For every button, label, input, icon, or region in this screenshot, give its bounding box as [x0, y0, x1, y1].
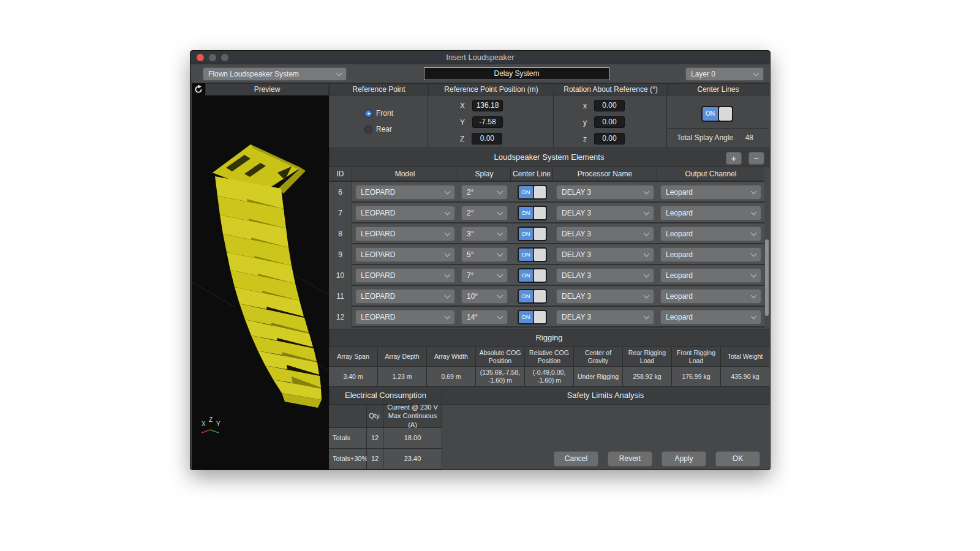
center-lines-toggle[interactable]: ON: [701, 106, 733, 122]
center-line-toggle[interactable]: ON: [518, 206, 547, 220]
center-line-toggle[interactable]: ON: [518, 289, 547, 304]
table-row: 12 LEOPARD 14° ON DELAY 3 Leopard: [329, 307, 764, 328]
window-title: Insert Loudspeaker: [190, 51, 770, 64]
center-lines-panel: ON Total Splay Angle 48: [667, 96, 769, 148]
front-radio[interactable]: [364, 110, 372, 118]
front-radio-row[interactable]: Front: [364, 109, 393, 118]
position-x-input[interactable]: 136.18: [472, 100, 503, 111]
output-channel-dropdown[interactable]: Leopard: [660, 310, 761, 324]
model-dropdown[interactable]: LEOPARD: [355, 206, 455, 220]
apply-button[interactable]: Apply: [662, 451, 706, 467]
rotation-y-input[interactable]: 0.00: [594, 116, 625, 128]
preview-header: Preview: [192, 83, 329, 96]
toggle-on-segment: ON: [518, 290, 532, 302]
output-value: Leopard: [666, 271, 693, 280]
splay-dropdown[interactable]: 10°: [461, 289, 508, 304]
model-dropdown[interactable]: LEOPARD: [355, 227, 455, 241]
processor-dropdown[interactable]: DELAY 3: [556, 268, 654, 283]
rigging-col-abscog: Absolute COG Position: [476, 347, 525, 367]
chevron-down-icon: [644, 189, 650, 195]
cancel-button[interactable]: Cancel: [554, 451, 598, 467]
toggle-off-segment: [533, 269, 545, 282]
preview-viewport[interactable]: X Z Y: [192, 96, 329, 470]
splay-dropdown[interactable]: 14°: [461, 310, 508, 324]
rigging-col-weight: Total Weight: [721, 347, 769, 367]
rigging-col-relcog: Relative COG Position: [525, 347, 574, 367]
model-dropdown[interactable]: LEOPARD: [355, 247, 455, 262]
model-dropdown[interactable]: LEOPARD: [355, 185, 455, 200]
processor-dropdown[interactable]: DELAY 3: [556, 185, 654, 200]
model-dropdown[interactable]: LEOPARD: [355, 310, 455, 324]
processor-dropdown[interactable]: DELAY 3: [556, 289, 654, 304]
position-z-label: Z: [460, 135, 464, 143]
center-line-toggle[interactable]: ON: [518, 310, 547, 324]
processor-dropdown[interactable]: DELAY 3: [556, 206, 654, 220]
preview-title: Preview: [205, 83, 329, 96]
system-name-input[interactable]: Delay System: [424, 67, 609, 80]
chevron-down-icon: [445, 272, 451, 278]
table-scrollbar[interactable]: [765, 239, 769, 316]
speaker-array-render: X Z Y: [192, 96, 329, 470]
center-line-toggle[interactable]: ON: [518, 185, 547, 200]
rear-radio-row[interactable]: Rear: [364, 125, 392, 133]
splay-dropdown[interactable]: 5°: [461, 247, 508, 262]
revert-button[interactable]: Revert: [608, 451, 652, 467]
output-channel-dropdown[interactable]: Leopard: [660, 185, 761, 200]
processor-value: DELAY 3: [562, 292, 591, 301]
position-z-input[interactable]: 0.00: [472, 133, 502, 144]
axis-x-label: X: [202, 421, 206, 427]
chevron-down-icon: [445, 293, 451, 299]
chevron-down-icon: [751, 293, 757, 299]
model-dropdown[interactable]: LEOPARD: [355, 268, 455, 283]
totals-qty: 12: [367, 428, 383, 449]
splay-dropdown[interactable]: 2°: [461, 185, 508, 200]
splay-value: 7°: [467, 271, 473, 280]
rigging-val-weight: 435.90 kg: [721, 367, 769, 386]
table-row: 9 LEOPARD 5° ON DELAY 3 Leopard: [329, 244, 764, 265]
processor-value: DELAY 3: [562, 188, 591, 197]
output-channel-dropdown[interactable]: Leopard: [660, 268, 761, 283]
toggle-on-segment: ON: [703, 107, 718, 121]
rear-radio[interactable]: [364, 126, 372, 133]
electrical-current-header: Current @ 230 V Max Continuous (A): [383, 405, 442, 428]
center-line-toggle[interactable]: ON: [518, 268, 547, 283]
splay-value: 2°: [467, 188, 473, 197]
toggle-off-segment: [533, 311, 545, 323]
chevron-down-icon: [336, 70, 342, 77]
rotation-z-input[interactable]: 0.00: [594, 133, 625, 144]
rotation-x-input[interactable]: 0.00: [594, 100, 625, 111]
output-channel-dropdown[interactable]: Leopard: [660, 247, 761, 262]
rotate-view-button[interactable]: [192, 83, 205, 96]
add-element-button[interactable]: +: [726, 152, 742, 165]
position-y-input[interactable]: -7.58: [472, 116, 503, 128]
splay-dropdown[interactable]: 7°: [461, 268, 508, 283]
remove-element-button[interactable]: −: [748, 152, 764, 165]
layer-dropdown[interactable]: Layer 0: [685, 67, 764, 81]
output-value: Leopard: [666, 250, 693, 259]
chevron-down-icon: [644, 272, 650, 278]
model-dropdown[interactable]: LEOPARD: [355, 289, 455, 304]
rigging-val-depth: 1.23 m: [378, 367, 427, 386]
center-line-toggle[interactable]: ON: [518, 247, 547, 262]
splay-dropdown[interactable]: 3°: [461, 227, 508, 241]
processor-dropdown[interactable]: DELAY 3: [556, 247, 654, 262]
splay-dropdown[interactable]: 2°: [461, 206, 508, 220]
center-line-toggle[interactable]: ON: [518, 227, 547, 241]
chevron-down-icon: [644, 209, 650, 216]
table-row: 8 LEOPARD 3° ON DELAY 3 Leopard: [329, 223, 764, 244]
processor-dropdown[interactable]: DELAY 3: [556, 310, 654, 324]
rotation-header: Rotation About Reference (°): [554, 83, 668, 96]
chevron-down-icon: [751, 209, 757, 216]
row-id: 11: [329, 286, 352, 307]
output-channel-dropdown[interactable]: Leopard: [660, 227, 761, 241]
output-channel-dropdown[interactable]: Leopard: [660, 289, 761, 304]
chevron-down-icon: [753, 70, 760, 77]
rigging-col-width: Array Width: [427, 347, 476, 367]
splay-value: 10°: [467, 292, 478, 301]
ok-button[interactable]: OK: [715, 451, 760, 467]
rigging-val-front: 176.99 kg: [672, 367, 721, 386]
system-type-dropdown[interactable]: Flown Loudspeaker System: [203, 67, 347, 81]
output-channel-dropdown[interactable]: Leopard: [660, 206, 761, 220]
processor-dropdown[interactable]: DELAY 3: [556, 227, 654, 241]
title-bar: Insert Loudspeaker: [190, 51, 770, 64]
